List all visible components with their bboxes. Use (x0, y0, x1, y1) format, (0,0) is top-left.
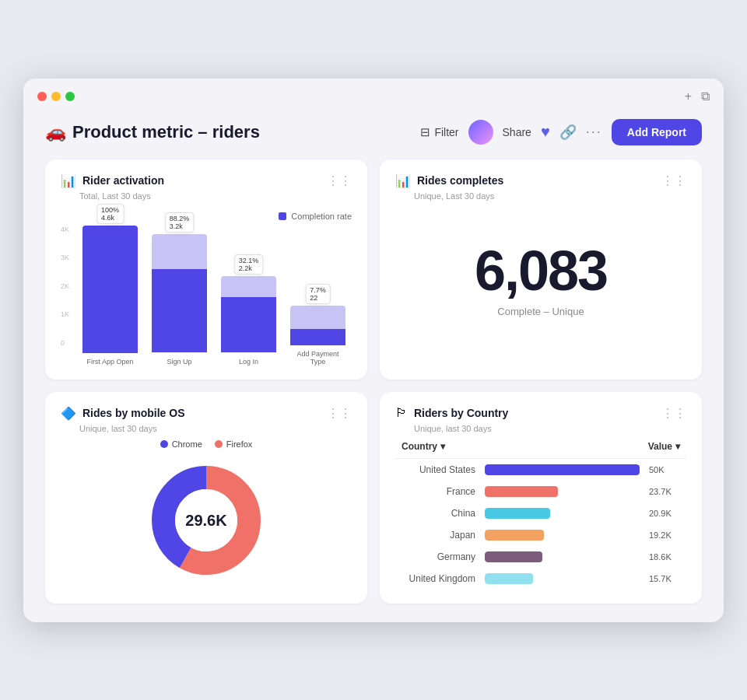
bar-label-first-app: First App Open (86, 358, 133, 366)
country-col-header[interactable]: Country ▾ (402, 441, 445, 452)
value-col-header[interactable]: Value ▾ (648, 441, 680, 452)
share-label: Share (503, 126, 531, 138)
rides-by-os-header: 🔷 Rides by mobile OS ⋮⋮ (61, 406, 352, 421)
bar-label-payment: Add Payment Type (290, 350, 345, 366)
country-name: United Kingdom (402, 573, 475, 584)
country-bar-fill (485, 508, 550, 519)
bar-group-login: 32.1%2.2k Log In (221, 226, 276, 366)
country-value: 50K (649, 465, 680, 474)
bar-group-first-app: 100%4.6k First App Open (82, 226, 138, 366)
more-button[interactable]: ··· (586, 124, 602, 140)
country-row: United Kingdom 15.7K (395, 568, 686, 590)
rides-icon: 📊 (395, 173, 411, 188)
bar-tooltip-3: 32.1%2.2k (234, 254, 264, 275)
country-table-header: Country ▾ Value ▾ (395, 441, 686, 459)
title-text: Product metric – riders (72, 122, 260, 142)
filter-icon: ⊟ (420, 125, 430, 139)
card-title-row-3: 🔷 Rides by mobile OS (61, 406, 184, 421)
add-icon[interactable]: + (685, 89, 692, 103)
legend-dot (279, 212, 286, 220)
country-name: Germany (402, 551, 475, 562)
rides-big-number: 6,083 (475, 239, 607, 303)
country-bar-track (485, 486, 640, 497)
donut-area: Chrome Firefox (61, 439, 352, 583)
bar-group-signup: 88.2%3.2k Sign Up (152, 226, 207, 366)
country-bar-track (485, 551, 640, 562)
big-number-area: 6,083 Complete – Unique (395, 201, 686, 356)
country-bar-fill (485, 530, 544, 541)
country-row: Germany 18.6K (395, 546, 686, 568)
card-menu-icon-4[interactable]: ⋮⋮ (661, 406, 686, 421)
rider-activation-title: Rider activation (82, 174, 164, 187)
copy-icon[interactable]: ⧉ (701, 89, 710, 103)
heart-button[interactable]: ♥ (541, 123, 550, 141)
rider-activation-card: 📊 Rider activation ⋮⋮ Total, Last 30 day… (45, 159, 367, 380)
country-name: France (402, 486, 475, 497)
bar-chart-area: Completion rate 4K 3K 2K 1K 0 (61, 212, 352, 366)
country-value: 23.7K (649, 487, 680, 496)
bar-chart-icon: 📊 (61, 173, 76, 188)
country-bar-fill (485, 573, 533, 584)
card-menu-icon-2[interactable]: ⋮⋮ (661, 173, 686, 188)
chrome-dot (160, 440, 168, 448)
app-window: + ⧉ 🚗 Product metric – riders ⊟ Filter S… (23, 79, 724, 622)
legend-chrome: Chrome (160, 439, 202, 449)
country-row: United States 50K (395, 459, 686, 481)
rides-by-os-card: 🔷 Rides by mobile OS ⋮⋮ Unique, last 30 … (45, 392, 367, 604)
avatar[interactable] (468, 120, 493, 145)
country-name: United States (402, 464, 475, 475)
rides-completes-card: 📊 Rides completes ⋮⋮ Unique, Last 30 day… (380, 159, 702, 380)
country-row: France 23.7K (395, 481, 686, 502)
bar-tooltip-1: 100%4.6k (96, 204, 124, 224)
country-value: 19.2K (649, 530, 680, 540)
donut-chart: 29.6K (144, 458, 268, 583)
value-sort-icon: ▾ (675, 441, 680, 452)
country-icon: 🏳 (395, 406, 408, 420)
country-value: 15.7K (649, 574, 680, 583)
card-menu-icon[interactable]: ⋮⋮ (327, 173, 352, 188)
country-bar-track (485, 508, 640, 519)
country-bar-track (485, 530, 640, 541)
country-bar-fill (485, 551, 542, 562)
bar-tooltip-2: 88.2%3.2k (165, 212, 195, 233)
legend-firefox: Firefox (215, 439, 253, 449)
bar-tooltip-4: 7.7%22 (305, 284, 331, 304)
page-title: 🚗 Product metric – riders (45, 122, 260, 142)
bar-group-payment: 7.7%22 Add Payment Type (290, 226, 345, 366)
country-row: China 20.9K (395, 502, 686, 524)
header-actions: ⊟ Filter Share ♥ 🔗 ··· Add Report (420, 119, 702, 145)
country-bar-track (485, 464, 640, 475)
riders-by-country-subtitle: Unique, last 30 days (414, 424, 686, 433)
country-bar-fill (485, 486, 558, 497)
country-name: Japan (402, 530, 475, 541)
riders-by-country-header: 🏳 Riders by Country ⋮⋮ (395, 406, 686, 421)
rides-completes-header: 📊 Rides completes ⋮⋮ (395, 173, 686, 188)
country-value: 20.9K (649, 509, 680, 518)
os-icon: 🔷 (61, 406, 76, 421)
rides-completes-title: Rides completes (417, 174, 503, 187)
firefox-dot (215, 440, 223, 448)
rides-by-os-title: Rides by mobile OS (82, 407, 184, 419)
rides-by-os-subtitle: Unique, last 30 days (79, 424, 352, 433)
card-title-row-4: 🏳 Riders by Country (395, 406, 508, 420)
close-button[interactable] (37, 92, 47, 101)
rides-completes-subtitle: Unique, Last 30 days (414, 191, 686, 201)
country-table: Country ▾ Value ▾ United States 50K Fran (395, 441, 686, 590)
country-bar-track (485, 573, 640, 584)
minimize-button[interactable] (51, 92, 61, 101)
donut-center-value: 29.6K (185, 511, 226, 529)
country-bar-fill (485, 464, 640, 475)
country-value: 18.6K (649, 552, 680, 562)
link-button[interactable]: 🔗 (559, 124, 577, 141)
country-name: China (402, 508, 475, 519)
filter-label: Filter (434, 126, 458, 138)
maximize-button[interactable] (65, 92, 75, 101)
add-report-button[interactable]: Add Report (612, 119, 702, 145)
share-button[interactable]: Share (503, 126, 531, 138)
riders-by-country-title: Riders by Country (414, 407, 508, 419)
card-menu-icon-3[interactable]: ⋮⋮ (327, 406, 352, 421)
title-emoji: 🚗 (45, 122, 66, 142)
filter-button[interactable]: ⊟ Filter (420, 125, 458, 139)
titlebar: + ⧉ (23, 79, 724, 111)
bar-chart: 100%4.6k First App Open 88.2%3.2k (82, 226, 352, 366)
